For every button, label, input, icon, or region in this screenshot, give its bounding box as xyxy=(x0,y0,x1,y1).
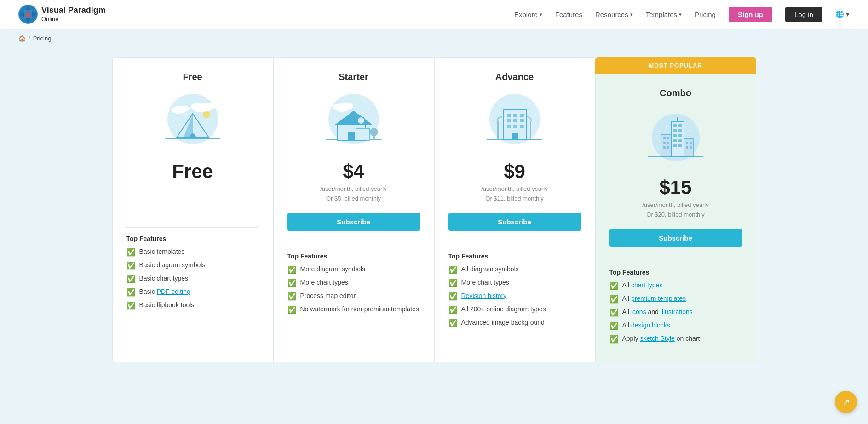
login-button[interactable]: Log in xyxy=(785,7,822,22)
svg-rect-63 xyxy=(663,142,666,144)
plan-combo-illustration xyxy=(639,108,713,167)
svg-rect-49 xyxy=(673,124,677,127)
plan-starter-name: Starter xyxy=(339,72,368,82)
starter-subscribe-button[interactable]: Subscribe xyxy=(287,213,420,231)
breadcrumb-home[interactable]: 🏠 xyxy=(18,35,26,42)
plan-combo-price-sub: /user/month, billed yearlyOr $20, billed… xyxy=(642,201,709,220)
check-icon: ✅ xyxy=(609,295,619,304)
chart-types-link[interactable]: chart types xyxy=(631,281,662,289)
plan-free-price: Free xyxy=(172,160,213,183)
svg-rect-5 xyxy=(26,15,30,16)
pricing-grid: Free xyxy=(112,57,756,362)
svg-rect-69 xyxy=(690,142,692,144)
nav-pricing[interactable]: Pricing xyxy=(695,11,716,18)
breadcrumb-current: Pricing xyxy=(33,35,52,42)
plan-free-name: Free xyxy=(183,72,202,82)
feature-item: ✅ All icons and illustrations xyxy=(609,308,742,317)
nav-templates[interactable]: Templates xyxy=(646,11,682,18)
plan-combo-features: Top Features ✅ All chart types ✅ All pre… xyxy=(609,261,742,348)
plan-free-illustration xyxy=(156,92,230,151)
svg-rect-70 xyxy=(686,146,688,149)
feature-item: ✅ Process map editor xyxy=(287,292,420,301)
svg-rect-55 xyxy=(673,139,677,142)
feature-item: ✅ Basic flipbook tools xyxy=(126,301,259,310)
design-blocks-link[interactable]: design blocks xyxy=(631,321,670,329)
svg-rect-31 xyxy=(507,114,511,117)
svg-rect-64 xyxy=(667,142,669,144)
pdf-editing-link[interactable]: PDF editing xyxy=(157,288,190,295)
language-button[interactable]: 🌐 ▾ xyxy=(835,10,850,18)
svg-rect-61 xyxy=(663,137,666,139)
sketch-style-link[interactable]: sketch Style xyxy=(640,335,674,342)
svg-rect-58 xyxy=(678,144,682,147)
logo-text: Visual Paradigm Online xyxy=(41,6,106,23)
share-button[interactable]: ↗ xyxy=(835,391,857,413)
svg-rect-60 xyxy=(661,134,671,156)
combo-subscribe-button[interactable]: Subscribe xyxy=(609,229,742,247)
svg-rect-34 xyxy=(507,119,511,122)
svg-rect-57 xyxy=(673,144,677,147)
svg-point-9 xyxy=(191,103,202,110)
check-icon: ✅ xyxy=(609,281,619,290)
svg-rect-59 xyxy=(677,117,678,122)
svg-rect-54 xyxy=(678,134,682,137)
svg-rect-62 xyxy=(667,137,669,139)
feature-item: ✅ More diagram symbols xyxy=(287,265,420,274)
feature-item: ✅ All chart types xyxy=(609,281,742,290)
check-icon: ✅ xyxy=(287,305,297,314)
svg-rect-50 xyxy=(678,124,682,127)
check-icon: ✅ xyxy=(287,265,297,274)
svg-rect-48 xyxy=(671,121,684,156)
svg-rect-71 xyxy=(690,146,692,149)
advance-subscribe-button[interactable]: Subscribe xyxy=(448,213,581,231)
svg-point-19 xyxy=(333,104,342,109)
svg-point-12 xyxy=(203,111,210,118)
svg-point-8 xyxy=(202,103,215,110)
logo-link[interactable]: Visual Paradigm Online xyxy=(18,5,106,24)
feature-item: ✅ Revision history xyxy=(448,292,581,301)
plan-combo: Combo xyxy=(595,74,756,362)
signup-button[interactable]: Sign up xyxy=(729,7,772,22)
logo-icon xyxy=(18,5,38,24)
revision-history-link[interactable]: Revision history xyxy=(461,292,507,299)
brand-sub: Online xyxy=(41,16,106,23)
svg-rect-39 xyxy=(520,125,524,128)
plan-advance-price-sub: /user/month, billed yearlyOr $11, billed… xyxy=(481,184,548,204)
nav-features[interactable]: Features xyxy=(555,11,582,18)
feature-item: ✅ All design blocks xyxy=(609,321,742,330)
plan-free-price-sub xyxy=(192,184,194,194)
nav-explore[interactable]: Explore xyxy=(514,11,542,18)
breadcrumb-sep: / xyxy=(29,35,30,42)
check-icon: ✅ xyxy=(126,288,136,297)
plan-free-features-title: Top Features xyxy=(126,235,259,242)
svg-rect-36 xyxy=(520,119,524,122)
check-icon: ✅ xyxy=(126,261,136,270)
svg-rect-65 xyxy=(663,146,666,149)
svg-point-46 xyxy=(689,130,690,131)
plan-starter-price: $4 xyxy=(343,160,364,183)
nav-resources[interactable]: Resources xyxy=(595,11,633,18)
feature-item: ✅ Advanced image background xyxy=(448,319,581,327)
svg-rect-38 xyxy=(513,125,517,128)
svg-point-44 xyxy=(666,126,667,128)
check-icon: ✅ xyxy=(126,275,136,283)
feature-item: ✅ Basic PDF editing xyxy=(126,288,259,297)
check-icon: ✅ xyxy=(126,301,136,310)
check-icon: ✅ xyxy=(287,279,297,287)
icons-link[interactable]: icons xyxy=(631,308,646,315)
svg-point-11 xyxy=(179,106,190,111)
feature-item: ✅ All 200+ online diagram types xyxy=(448,305,581,314)
plan-advance-name: Advance xyxy=(495,72,534,82)
svg-point-27 xyxy=(370,128,378,136)
feature-item: ✅ Basic templates xyxy=(126,248,259,257)
combo-wrapper: MOST POPULAR Combo xyxy=(595,57,756,362)
illustrations-link[interactable]: illustrations xyxy=(661,308,693,315)
svg-rect-35 xyxy=(513,119,517,122)
plan-combo-price: $15 xyxy=(659,177,691,199)
plan-combo-name: Combo xyxy=(660,88,691,98)
breadcrumb: 🏠 / Pricing xyxy=(0,29,868,48)
plan-starter-features-title: Top Features xyxy=(287,252,420,260)
premium-templates-link[interactable]: premium templates xyxy=(631,295,686,302)
feature-item: ✅ Basic diagram symbols xyxy=(126,261,259,270)
svg-rect-23 xyxy=(356,128,370,140)
